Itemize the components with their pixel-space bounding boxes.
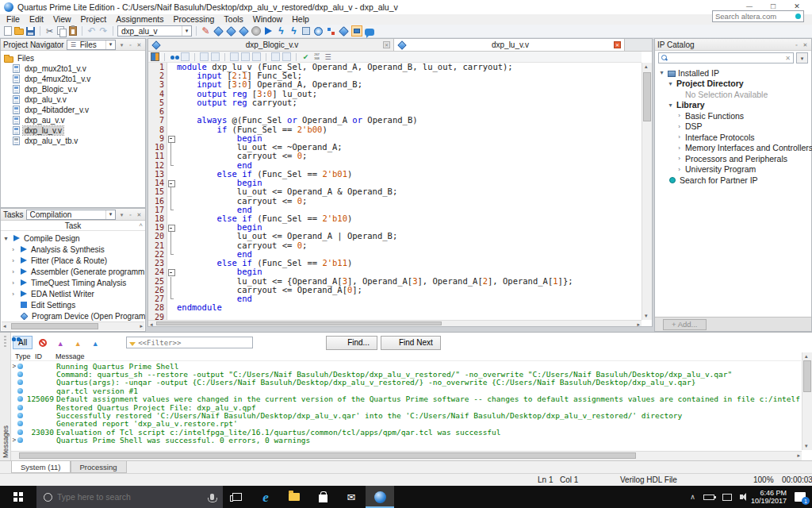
ip-search-dropdown-icon[interactable] <box>796 52 808 64</box>
tasks-flow-select[interactable]: Compilation <box>26 210 116 220</box>
edge-button[interactable]: e <box>251 486 280 508</box>
tray-expand-icon[interactable]: ∧ <box>690 493 695 501</box>
message-row[interactable]: >Running Quartus Prime Shell <box>11 362 801 370</box>
programmer-icon[interactable] <box>351 25 362 37</box>
file-item[interactable]: dxp_Blogic_v.v <box>1 84 145 94</box>
menu-file[interactable]: File <box>2 14 25 25</box>
line-count-icon[interactable] <box>312 52 321 61</box>
ip-item[interactable]: ›University Program <box>655 164 811 175</box>
file-item[interactable]: dxp_4mux2to1_v.v <box>1 74 145 84</box>
expander-icon[interactable]: ▾ <box>667 80 674 87</box>
file-item[interactable]: dxp_alu_v.v <box>1 94 145 105</box>
menu-view[interactable]: View <box>48 14 76 25</box>
expander-icon[interactable]: ▾ <box>667 102 674 109</box>
fold-marker-icon[interactable] <box>167 232 174 241</box>
message-filter-input[interactable] <box>138 339 252 347</box>
ip-search-input[interactable] <box>670 54 783 62</box>
task-item[interactable]: ›Assembler (Generate programm <box>1 266 145 277</box>
action-center-icon[interactable]: 1 <box>795 492 806 502</box>
expander-icon[interactable]: › <box>676 144 683 152</box>
message-row[interactable]: 23030Evaluation of Tcl script c:/intelfp… <box>11 428 801 436</box>
tab-close-icon[interactable] <box>383 41 390 48</box>
paste-page-icon[interactable] <box>252 52 261 61</box>
file-item[interactable]: dxp_mux2to1_v.v <box>1 64 145 74</box>
message-row[interactable]: >Quartus Prime Shell was successful. 0 e… <box>11 437 801 444</box>
editor-horizontal-scrollbar[interactable] <box>148 320 642 326</box>
ip-item[interactable]: Search for Partner IP <box>655 175 811 186</box>
messages-tab-processing[interactable]: Processing <box>71 461 127 473</box>
copy-icon[interactable] <box>56 26 67 37</box>
expander-icon[interactable]: › <box>676 166 683 173</box>
taskbar-search-input[interactable] <box>57 492 205 502</box>
expander-icon[interactable]: › <box>676 155 683 162</box>
indent-less-icon[interactable] <box>211 52 220 61</box>
project-select[interactable]: dxp_alu_v <box>117 25 192 37</box>
fold-marker-icon[interactable] <box>167 294 174 303</box>
save-icon[interactable] <box>26 27 35 36</box>
info-filter-button[interactable] <box>88 336 102 349</box>
task-item[interactable]: ›TimeQuest Timing Analysis <box>1 277 145 288</box>
scrollbar-thumb[interactable] <box>643 72 651 121</box>
expander-icon[interactable]: › <box>10 279 17 287</box>
timequest-icon[interactable] <box>314 27 323 36</box>
warning-filter-button[interactable] <box>71 336 85 349</box>
critical-warning-filter-button[interactable] <box>53 336 67 349</box>
editor-vertical-scrollbar[interactable] <box>642 63 652 320</box>
align-lines-icon[interactable] <box>324 52 332 61</box>
taskbar-search[interactable] <box>36 486 223 508</box>
open-project-icon[interactable] <box>14 29 24 35</box>
taskbar-clock[interactable]: 6:46 PM 10/19/2017 <box>751 489 787 505</box>
file-item[interactable]: dxp_au_v.v <box>1 115 145 125</box>
chip-planner-icon[interactable] <box>302 27 310 35</box>
file-explorer-button[interactable] <box>280 486 308 508</box>
ip-item[interactable]: ▾Project Directory <box>655 79 811 90</box>
start-analysis-synthesis-icon[interactable] <box>276 26 286 37</box>
expander-icon[interactable]: › <box>10 291 17 298</box>
menu-edit[interactable]: Edit <box>25 14 48 25</box>
panel-menu-icon[interactable] <box>118 211 125 218</box>
speaker-icon[interactable] <box>740 495 743 499</box>
messages-vertical-scrollbar[interactable] <box>802 352 812 450</box>
microphone-icon[interactable] <box>210 494 214 500</box>
ip-item[interactable]: ▾Library <box>655 100 811 111</box>
bookmark-icon[interactable] <box>271 52 280 61</box>
expander-icon[interactable]: › <box>676 123 683 130</box>
search-go-icon[interactable] <box>795 13 801 19</box>
task-item[interactable]: Program Device (Open Programm <box>1 310 145 321</box>
menu-window[interactable]: Window <box>248 14 287 25</box>
task-item[interactable]: ›Analysis & Synthesis <box>1 244 145 255</box>
assignment-editor-diamond-icon[interactable] <box>213 26 224 37</box>
task-item[interactable]: ›Fitter (Place & Route) <box>1 255 145 266</box>
editor-tab-dxp_Blogic_v.v[interactable]: dxp_Blogic_v.v <box>148 39 394 51</box>
fold-marker-icon[interactable] <box>167 143 174 152</box>
add-ip-button[interactable]: + Add... <box>663 319 707 330</box>
new-file-icon[interactable] <box>4 26 12 36</box>
ip-item[interactable]: ›Memory Interfaces and Controllers <box>655 143 811 154</box>
message-row[interactable]: qar.tcl version #1 <box>11 387 801 394</box>
indent-more-icon[interactable] <box>200 52 209 61</box>
scrollbar-thumb[interactable] <box>803 360 811 392</box>
start-fitter-icon[interactable] <box>289 26 299 37</box>
stop-icon[interactable] <box>251 26 261 36</box>
message-row[interactable]: Generated report 'dxp_alu_v.restore.rpt' <box>11 420 801 428</box>
fold-marker-icon[interactable] <box>167 250 174 259</box>
find-next-button[interactable]: Find Next <box>381 336 441 350</box>
scrollbar-thumb[interactable] <box>19 452 636 459</box>
ip-item[interactable]: ›Processors and Peripherals <box>655 153 811 164</box>
fold-marker-icon[interactable] <box>167 187 174 196</box>
rtl-diamond-icon[interactable] <box>339 26 349 37</box>
menu-project[interactable]: Project <box>76 14 112 25</box>
copy-page-icon[interactable] <box>241 52 250 61</box>
cut-icon[interactable] <box>44 26 55 37</box>
navigator-view-select[interactable]: Files <box>67 40 116 50</box>
task-item[interactable]: ›EDA Netlist Writer <box>1 288 145 299</box>
battery-icon[interactable] <box>703 495 714 500</box>
netlist-viewer-icon[interactable] <box>326 26 336 37</box>
expander-icon[interactable]: › <box>10 268 17 275</box>
altera-search-input[interactable] <box>713 12 795 21</box>
ip-item[interactable]: ›DSP <box>655 121 811 133</box>
task-item[interactable]: ▾Compile Design <box>1 233 145 244</box>
settings-diamond-icon[interactable] <box>239 26 249 37</box>
panel-float-icon[interactable] <box>127 41 134 48</box>
code-editor[interactable]: 1module dxp_lu_v (Func_Sel, Operand_A, O… <box>148 63 642 320</box>
